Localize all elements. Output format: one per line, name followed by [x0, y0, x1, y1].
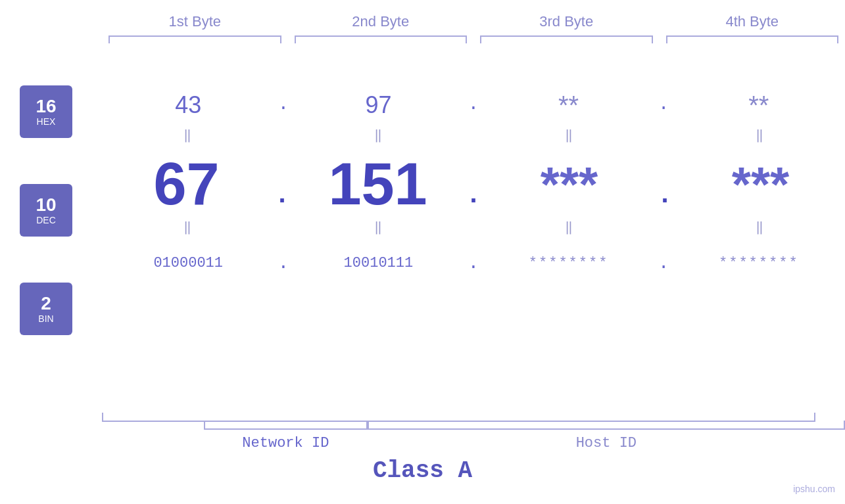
- eq2-cell2: ‖: [293, 219, 464, 235]
- equals-row-2: ‖ ‖ ‖ ‖: [102, 217, 845, 237]
- bin-byte2-cell: 10010111: [292, 255, 464, 271]
- byte2-label: 2nd Byte: [288, 13, 474, 30]
- rows-area: 43 . 97 . ** . ** ‖ ‖ ‖ ‖: [102, 72, 845, 504]
- bracket-1: [109, 35, 281, 43]
- network-id-label: Network ID: [204, 435, 368, 451]
- equals-row-1: ‖ ‖ ‖ ‖: [102, 125, 845, 145]
- bracket-2: [295, 35, 468, 43]
- dec-data-row: 67 . 151 . *** . ***: [102, 151, 845, 217]
- eq1-cell1: ‖: [102, 127, 273, 143]
- bin-byte1-cell: 01000011: [102, 255, 274, 271]
- bin-data-row: 01000011 . 10010111 . ******** . *******…: [102, 243, 845, 283]
- badge-dec-number: 10: [36, 195, 56, 216]
- eq2-cell1: ‖: [102, 219, 273, 235]
- badge-hex-number: 16: [36, 97, 56, 117]
- byte1-label: 1st Byte: [102, 13, 288, 30]
- dec-dot2: .: [466, 181, 481, 217]
- bin-dot2: .: [468, 253, 479, 273]
- watermark: ipshu.com: [793, 484, 835, 494]
- dec-dot1: .: [274, 181, 290, 217]
- hex-byte2-value: 97: [365, 91, 391, 119]
- bin-dot3: .: [658, 253, 669, 273]
- hex-byte2-cell: 97: [292, 91, 464, 119]
- dec-byte2-cell: 151: [293, 150, 462, 218]
- bottom-labels: Network ID Host ID: [204, 435, 845, 451]
- badge-hex: 16 HEX: [20, 85, 72, 138]
- host-id-bracket: [368, 421, 845, 430]
- dec-dot3: .: [657, 181, 673, 217]
- dec-byte1-value: 67: [153, 150, 219, 218]
- class-label: Class A: [0, 457, 845, 484]
- badge-dec-label: DEC: [36, 215, 56, 225]
- hex-dot1: .: [278, 94, 289, 117]
- hex-byte3-cell: **: [482, 91, 654, 120]
- network-id-bracket: [204, 421, 368, 430]
- badge-bin: 2 BIN: [20, 283, 72, 335]
- bottom-brackets: [204, 421, 845, 430]
- bin-byte4-cell: ********: [673, 255, 845, 271]
- bin-dot1: .: [278, 253, 289, 273]
- eq2-cell4: ‖: [674, 219, 845, 235]
- top-brackets: [0, 35, 845, 43]
- badge-column: 16 HEX 10 DEC 2 BIN: [20, 85, 72, 335]
- hex-dot3: .: [658, 94, 669, 117]
- bin-byte2-value: 10010111: [344, 255, 414, 271]
- eq1-cell4: ‖: [674, 127, 845, 143]
- byte3-label: 3rd Byte: [473, 13, 660, 30]
- badge-hex-label: HEX: [37, 116, 56, 127]
- eq1-cell3: ‖: [483, 127, 654, 143]
- dec-byte3-value: ***: [541, 156, 598, 212]
- bin-byte4-value: ********: [719, 255, 799, 271]
- bin-byte1-value: 01000011: [153, 255, 223, 271]
- dec-byte4-value: ***: [732, 156, 790, 212]
- hex-byte4-value: **: [748, 91, 769, 120]
- dec-byte4-cell: ***: [676, 156, 845, 212]
- bin-byte3-value: ********: [529, 255, 609, 271]
- badge-dec: 10 DEC: [20, 184, 72, 237]
- eq2-cell3: ‖: [483, 219, 654, 235]
- bracket-4: [666, 35, 839, 43]
- dec-byte3-cell: ***: [485, 156, 654, 212]
- hex-byte1-value: 43: [175, 91, 201, 119]
- badge-bin-label: BIN: [38, 313, 53, 324]
- header-row: 1st Byte 2nd Byte 3rd Byte 4th Byte: [0, 0, 845, 30]
- bottom-section: Network ID Host ID: [204, 421, 845, 451]
- dec-byte2-value: 151: [328, 150, 427, 218]
- badge-bin-number: 2: [41, 294, 51, 314]
- eq1-cell2: ‖: [293, 127, 464, 143]
- hex-byte3-value: **: [558, 91, 579, 120]
- main-container: 1st Byte 2nd Byte 3rd Byte 4th Byte 16 H…: [0, 0, 845, 504]
- hex-byte1-cell: 43: [102, 91, 274, 119]
- dec-byte1-cell: 67: [102, 150, 271, 218]
- bracket-3: [480, 35, 653, 43]
- hex-dot2: .: [468, 94, 479, 117]
- host-id-label: Host ID: [368, 435, 845, 451]
- hex-byte4-cell: **: [673, 91, 845, 120]
- hex-data-row: 43 . 97 . ** . **: [102, 85, 845, 125]
- byte4-label: 4th Byte: [660, 13, 846, 30]
- bin-byte3-cell: ********: [482, 255, 654, 271]
- class-bracket: [102, 413, 815, 422]
